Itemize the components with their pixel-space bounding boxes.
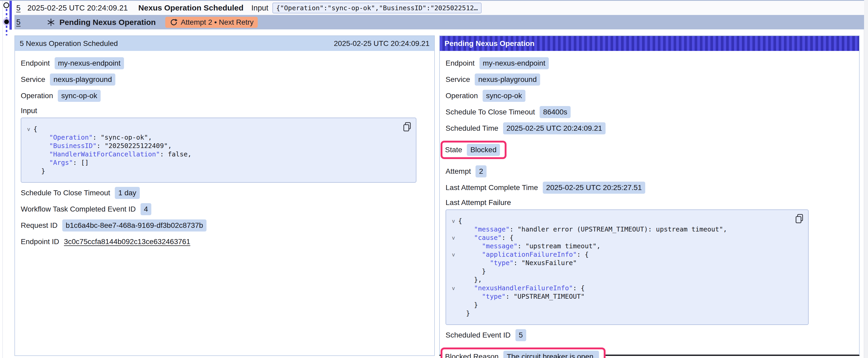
code-line: } [449,267,792,275]
collapse-chevron-icon[interactable]: v [449,234,458,242]
pending-card-header: Pending Nexus Operation [440,36,859,51]
card-timestamp: 2025-02-25 UTC 20:24:09.21 [334,39,430,48]
code-line: "HandlerWaitForCancellation": false, [24,150,400,159]
code-line: }, [449,275,792,284]
event-history-rows: 5 2025-02-25 UTC 20:24:09.21 Nexus Opera… [0,0,864,29]
field-row: Operationsync-op-ok [21,90,429,102]
input-label: Input [251,4,269,12]
copy-icon[interactable] [403,122,412,132]
input-preview-chip[interactable]: {"Operation":"sync-op-ok","BusinessID":"… [273,3,482,13]
json-text [458,259,490,267]
json-text: : "20250225122409", [97,142,172,150]
collapse-chevron-icon[interactable]: v [449,250,458,259]
json-text [458,292,482,301]
collapse-chevron-icon[interactable]: v [449,217,458,225]
field-value-chip: Blocked [467,144,500,156]
json-text: : { [577,250,589,259]
field-label: Workflow Task Completed Event ID [21,205,136,214]
field-label: Endpoint [21,59,50,67]
json-key: "cause" [474,234,501,242]
event-row-scheduled[interactable]: 5 2025-02-25 UTC 20:24:09.21 Nexus Opera… [14,1,864,15]
failure-json-viewer: v{ "message": "handler error (UPSTREAM_T… [445,209,809,325]
left-hairline-divider [2,0,3,358]
right-code: v{ "message": "handler error (UPSTREAM_T… [449,217,792,318]
event-timestamp: 2025-02-25 UTC 20:24:09.21 [27,4,128,12]
json-text: }, [458,275,482,284]
code-line: "Args": [] [24,159,400,167]
field-value-chip: 4 [141,203,152,215]
field-label: Endpoint [445,59,475,67]
field-value-chip: 2 [475,165,487,177]
blocked-annotation: Blocked ReasonThe circuit breaker is ope… [445,351,599,358]
field-value-chip: my-nexus-endpoint [479,57,549,69]
field-value-chip: nexus-playground [475,73,540,86]
field-row: Scheduled Event ID5 [445,329,853,341]
failure-section-label: Last Attempt Failure [445,198,853,207]
retry-icon [169,18,178,26]
json-key: "HandlerWaitForCancellation" [49,150,160,159]
field-row: Servicenexus-playground [445,73,853,86]
retry-attempt-badge[interactable]: Attempt 2 • Next Retry [165,17,258,28]
right-fields-top: Endpointmy-nexus-endpointServicenexus-pl… [445,57,853,134]
field-value-chip: sync-op-ok [483,90,525,102]
right-fields-mid: Attempt2Last Attempt Complete Time2025-0… [445,165,853,194]
field-value-chip: The circuit breaker is open. [503,351,599,358]
json-text: : "sync-op-ok", [93,133,152,142]
field-row: Endpointmy-nexus-endpoint [445,57,853,69]
json-text: } [33,167,45,175]
field-label: Scheduled Event ID [445,331,511,339]
json-key: "Operation" [49,133,93,142]
blocked-reason-highlight-annotation: Blocked ReasonThe circuit breaker is ope… [440,348,606,358]
code-line: v "nexusHandlerFailureInfo": { [449,284,792,292]
field-label: Schedule To Close Timeout [445,108,535,116]
left-fields-bottom: Schedule To Close Timeout1 dayWorkflow T… [21,187,429,248]
pending-card-body: Endpointmy-nexus-endpointServicenexus-pl… [440,51,859,358]
code-line: } [24,167,400,175]
code-gutter [449,309,458,318]
json-text: : "upstream timeout", [518,242,600,250]
field-label: Operation [445,92,478,100]
code-line: "Operation": "sync-op-ok", [24,133,400,142]
json-text: : false, [160,150,191,159]
event-detail-panels: 5 Nexus Operation Scheduled 2025-02-25 U… [14,35,860,356]
json-text: : "handler error (UPSTREAM_TIMEOUT): ups… [510,225,727,234]
code-line: } [449,309,792,318]
scrollbar-track[interactable] [864,0,868,358]
field-row: Workflow Task Completed Event ID4 [21,203,429,215]
code-line: v "cause": { [449,234,792,242]
json-text: : [] [73,159,89,167]
json-key: "applicationFailureInfo" [482,250,577,259]
field-label: Last Attempt Complete Time [445,184,538,192]
json-text: : { [573,284,585,292]
json-text [458,284,474,292]
field-value-chip: my-nexus-endpoint [55,57,124,69]
left-code: v{ "Operation": "sync-op-ok", "BusinessI… [24,125,400,175]
field-value-link[interactable]: 3c0c75ccfa8144b092c13ce632463761 [64,236,190,248]
collapse-chevron-icon[interactable]: v [449,284,458,292]
field-label: Service [21,75,45,84]
code-gutter [24,133,33,142]
code-gutter [449,225,458,234]
scheduled-event-card: 5 Nexus Operation Scheduled 2025-02-25 U… [14,35,435,356]
json-text: } [458,309,470,318]
field-value-chip: b1c6a4bc-8ee7-468a-9169-df3b02c8737b [62,220,207,231]
field-value-chip: 2025-02-25 UTC 20:25:27.51 [543,182,645,194]
field-label: Operation [21,92,53,100]
field-value-chip: 2025-02-25 UTC 20:24:09.21 [503,122,606,134]
field-row: Schedule To Close Timeout86400s [445,106,853,118]
collapse-chevron-icon[interactable]: v [24,125,33,133]
field-value-chip: 5 [516,329,526,341]
event-title: Pending Nexus Operation [59,18,156,27]
field-row: Schedule To Close Timeout1 day [21,187,429,199]
code-line: } [449,301,792,309]
field-label: Attempt [445,167,471,175]
json-text: { [458,217,462,225]
json-text [33,133,49,142]
code-gutter [449,275,458,284]
event-row-pending[interactable]: 5 Pending Nexus Operation Attempt 2 • Ne… [14,15,864,29]
field-row: StateBlocked [445,144,500,156]
event-id-link[interactable]: 5 [16,4,21,12]
event-id-link[interactable]: 5 [16,18,21,27]
json-key: "nexusHandlerFailureInfo" [474,284,573,292]
copy-icon[interactable] [795,214,804,224]
